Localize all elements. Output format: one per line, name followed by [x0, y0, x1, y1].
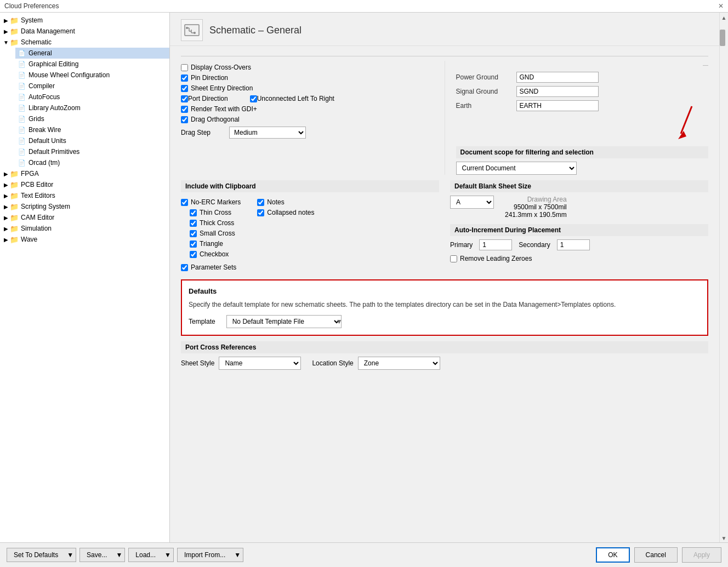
folder-icon-schematic: 📁 [10, 38, 19, 47]
drag-orthogonal-checkbox[interactable] [181, 116, 188, 123]
no-erc-markers-checkbox[interactable] [181, 199, 188, 206]
sheet-entry-direction-label: Sheet Entry Direction [191, 84, 253, 92]
sidebar-item-mouse-wheel[interactable]: 📄 Mouse Wheel Configuration [15, 70, 169, 81]
parameter-sets-label: Parameter Sets [191, 264, 236, 271]
small-cross-checkbox[interactable] [190, 230, 197, 237]
right-scrollbar[interactable]: ▲ ▼ [719, 13, 728, 542]
sidebar-item-pcb-editor[interactable]: ▶ 📁 PCB Editor [0, 179, 169, 190]
close-icon[interactable]: ✕ [718, 2, 724, 10]
schematic-general-icon [181, 19, 203, 41]
page-icon-graphical-editing: 📄 [18, 60, 26, 68]
page-icon-compiler: 📄 [18, 82, 26, 90]
drag-step-select[interactable]: Smallest Smaller Small Medium Large Larg… [229, 127, 306, 139]
sidebar-label-grids: Grids [29, 115, 44, 123]
sidebar-item-break-wire[interactable]: 📄 Break Wire [15, 124, 169, 135]
sidebar-item-wave[interactable]: ▶ 📁 Wave [0, 234, 169, 245]
sidebar-label-cam-editor: CAM Editor [21, 214, 54, 221]
render-text-gdi-row: Render Text with GDI+ [181, 105, 434, 113]
toggle-wave[interactable]: ▶ [2, 237, 10, 243]
auto-increment-inputs-row: Primary Secondary [450, 239, 708, 250]
folder-icon-system: 📁 [10, 16, 19, 25]
sidebar-item-autofocus[interactable]: 📄 AutoFocus [15, 91, 169, 102]
folder-icon-wave: 📁 [10, 235, 19, 244]
import-from-button[interactable]: Import From... [178, 548, 232, 562]
save-button[interactable]: Save... [80, 548, 113, 562]
sidebar-item-library-autozoom[interactable]: 📄 Library AutoZoom [15, 102, 169, 113]
set-to-defaults-button[interactable]: Set To Defaults [7, 548, 65, 562]
toggle-fpga[interactable]: ▶ [2, 171, 10, 177]
ok-button[interactable]: OK [596, 547, 629, 563]
load-dropdown[interactable]: ▼ [162, 548, 173, 562]
scroll-up-arrow[interactable]: ▲ [720, 14, 728, 22]
sidebar-item-compiler[interactable]: 📄 Compiler [15, 81, 169, 91]
sidebar-item-data-management[interactable]: ▶ 📁 Data Management [0, 26, 169, 37]
save-dropdown[interactable]: ▼ [113, 548, 124, 562]
sidebar-item-schematic[interactable]: ▼ 📁 Schematic [0, 37, 169, 48]
set-to-defaults-dropdown[interactable]: ▼ [65, 548, 76, 562]
toggle-text-editors[interactable]: ▶ [2, 193, 10, 199]
checkbox-label: Checkbox [200, 250, 229, 258]
defaults-section-title: Defaults [189, 287, 701, 295]
port-direction-checkbox[interactable] [181, 95, 188, 102]
toggle-schematic[interactable]: ▼ [2, 39, 10, 45]
sidebar-item-system[interactable]: ▶ 📁 System [0, 15, 169, 26]
notes-checkbox[interactable] [257, 199, 264, 206]
folder-icon-scripting-system: 📁 [10, 202, 19, 211]
import-from-dropdown[interactable]: ▼ [232, 548, 243, 562]
render-text-gdi-checkbox[interactable] [181, 106, 188, 113]
primary-label: Primary [450, 241, 473, 249]
sidebar-item-fpga[interactable]: ▶ 📁 FPGA [0, 168, 169, 179]
location-style-select[interactable]: Zone Coordinates [358, 357, 440, 370]
bottom-right-buttons: OK Cancel Apply [596, 547, 721, 563]
thin-cross-checkbox[interactable] [190, 209, 197, 216]
display-cross-overs-checkbox[interactable] [181, 64, 188, 71]
toggle-data-management[interactable]: ▶ [2, 28, 10, 35]
primary-input[interactable] [479, 239, 512, 250]
toggle-cam-editor[interactable]: ▶ [2, 215, 10, 221]
toggle-system[interactable]: ▶ [2, 18, 10, 24]
sidebar-label-fpga: FPGA [21, 170, 39, 177]
sidebar-item-text-editors[interactable]: ▶ 📁 Text Editors [0, 190, 169, 201]
sheet-entry-direction-checkbox[interactable] [181, 85, 188, 92]
thick-cross-label: Thick Cross [200, 219, 234, 227]
document-scope-select[interactable]: Current Document All Documents [456, 162, 577, 175]
pin-direction-checkbox[interactable] [181, 75, 188, 82]
cancel-button[interactable]: Cancel [634, 547, 678, 563]
toggle-scripting-system[interactable]: ▶ [2, 204, 10, 210]
apply-button[interactable]: Apply [682, 547, 721, 563]
sheet-style-select[interactable]: Name Number [219, 357, 301, 370]
secondary-label: Secondary [519, 241, 550, 249]
triangle-checkbox[interactable] [190, 240, 197, 248]
earth-input[interactable] [516, 100, 599, 111]
folder-icon-text-editors: 📁 [10, 191, 19, 200]
sidebar-item-default-primitives[interactable]: 📄 Default Primitives [15, 146, 169, 157]
checkbox-checkbox[interactable] [190, 251, 197, 258]
sidebar-item-orcad[interactable]: 📄 Orcad (tm) [15, 157, 169, 168]
defaults-description: Specify the default template for new sch… [189, 300, 701, 310]
scroll-thumb[interactable] [720, 30, 725, 46]
sidebar-item-grids[interactable]: 📄 Grids [15, 113, 169, 124]
sidebar-item-default-units[interactable]: 📄 Default Units [15, 135, 169, 146]
sidebar-item-general[interactable]: 📄 General [15, 48, 169, 59]
scroll-down-arrow[interactable]: ▼ [720, 534, 728, 542]
sidebar-label-break-wire: Break Wire [29, 126, 61, 134]
sheet-size-select[interactable]: A B C D E A4 A3 A2 [450, 196, 494, 209]
unconnected-left-to-right-checkbox[interactable] [250, 95, 257, 102]
parameter-sets-checkbox[interactable] [181, 264, 188, 271]
drag-orthogonal-row: Drag Orthogonal [181, 116, 434, 123]
thick-cross-checkbox[interactable] [190, 220, 197, 227]
sidebar-item-simulation[interactable]: ▶ 📁 Simulation [0, 223, 169, 234]
scroll-track[interactable] [720, 22, 728, 534]
sidebar-item-cam-editor[interactable]: ▶ 📁 CAM Editor [0, 212, 169, 223]
power-ground-input[interactable] [516, 72, 599, 83]
secondary-input[interactable] [557, 239, 590, 250]
template-select[interactable]: No Default Template File [226, 315, 342, 328]
signal-ground-input[interactable] [516, 86, 599, 97]
load-button[interactable]: Load... [129, 548, 162, 562]
sidebar-item-graphical-editing[interactable]: 📄 Graphical Editing [15, 59, 169, 70]
sidebar-item-scripting-system[interactable]: ▶ 📁 Scripting System [0, 201, 169, 212]
toggle-pcb-editor[interactable]: ▶ [2, 182, 10, 188]
remove-leading-zeroes-checkbox[interactable] [450, 255, 457, 262]
collapsed-notes-checkbox[interactable] [257, 209, 264, 216]
toggle-simulation[interactable]: ▶ [2, 226, 10, 232]
